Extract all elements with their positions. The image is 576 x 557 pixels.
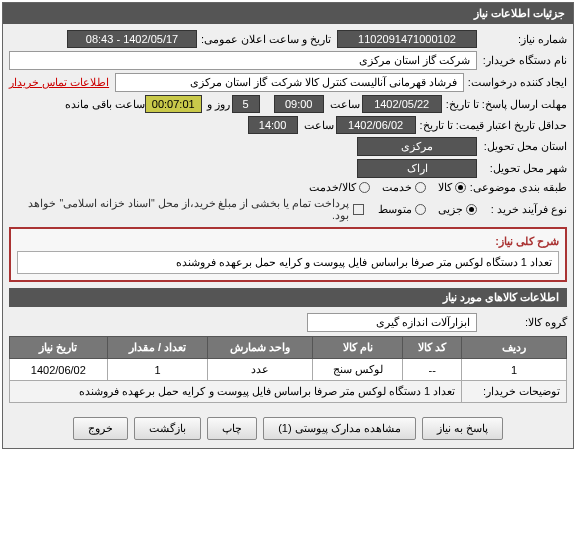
summary-box: شرح کلی نیاز: تعداد 1 دستگاه لوکس متر صر… — [9, 227, 567, 282]
province-value: مرکزی — [357, 137, 477, 156]
rem-day-label: روز و — [202, 98, 232, 111]
th-unit: واحد شمارش — [208, 337, 313, 359]
button-bar: پاسخ به نیاز مشاهده مدارک پیوستی (1) چاپ… — [3, 409, 573, 448]
city-value: اراک — [357, 159, 477, 178]
radio-partial[interactable]: جزیی — [438, 203, 477, 216]
pub-date-label: تاریخ و ساعت اعلان عمومی: — [197, 33, 337, 46]
panel-title: جزئیات اطلاعات نیاز — [3, 3, 573, 24]
valid-time: 14:00 — [248, 116, 298, 134]
radio-mid[interactable]: متوسط — [378, 203, 426, 216]
min-valid-label: حداقل تاریخ اعتبار قیمت: تا تاریخ: — [416, 119, 567, 132]
time-label-2: ساعت — [298, 119, 336, 132]
radio-icon — [455, 182, 466, 193]
radio-icon — [359, 182, 370, 193]
th-row: ردیف — [462, 337, 567, 359]
valid-date: 1402/06/02 — [336, 116, 416, 134]
buyer-value: شرکت گاز استان مرکزی — [9, 51, 477, 70]
cell-name: لوکس سنج — [312, 359, 402, 381]
buyer-label: نام دستگاه خریدار: — [477, 54, 567, 67]
radio-icon — [466, 204, 477, 215]
radio-icon — [415, 182, 426, 193]
pay-note: پرداخت تمام یا بخشی از مبلغ خرید،از محل … — [9, 197, 349, 221]
reply-button[interactable]: پاسخ به نیاز — [422, 417, 503, 440]
requester-label: ایجاد کننده درخواست: — [464, 76, 567, 89]
requester-value: فرشاد قهرمانی آنالیست کنترل کالا شرکت گا… — [115, 73, 464, 92]
treasury-checkbox[interactable] — [353, 204, 364, 215]
items-subheader: اطلاعات کالاهای مورد نیاز — [9, 288, 567, 307]
back-button[interactable]: بازگشت — [134, 417, 201, 440]
radio-goods-service[interactable]: کالا/خدمت — [309, 181, 370, 194]
attachments-button[interactable]: مشاهده مدارک پیوستی (1) — [263, 417, 416, 440]
buy-type-label: نوع فرآیند خرید : — [477, 203, 567, 216]
pub-date-value: 1402/05/17 - 08:43 — [67, 30, 197, 48]
buyer-desc-value: تعداد 1 دستگاه لوکس متر صرفا براساس فایل… — [10, 381, 462, 403]
answer-deadline-label: مهلت ارسال پاسخ: تا تاریخ: — [442, 98, 567, 111]
cell-qty: 1 — [107, 359, 208, 381]
panel-body: شماره نیاز: 1102091471000102 تاریخ و ساع… — [3, 24, 573, 409]
group-value: ابزارآلات اندازه گیری — [307, 313, 477, 332]
remain-time: 00:07:01 — [145, 95, 202, 113]
cell-date: 1402/06/02 — [10, 359, 108, 381]
need-no-value: 1102091471000102 — [337, 30, 477, 48]
cell-row: 1 — [462, 359, 567, 381]
items-table: ردیف کد کالا نام کالا واحد شمارش تعداد /… — [9, 336, 567, 403]
province-label: استان محل تحویل: — [477, 140, 567, 153]
table-desc-row: توضیحات خریدار: تعداد 1 دستگاه لوکس متر … — [10, 381, 567, 403]
table-row[interactable]: 1 -- لوکس سنج عدد 1 1402/06/02 — [10, 359, 567, 381]
radio-goods[interactable]: کالا — [438, 181, 466, 194]
summary-label: شرح کلی نیاز: — [17, 235, 559, 248]
print-button[interactable]: چاپ — [207, 417, 257, 440]
answer-date: 1402/05/22 — [362, 95, 442, 113]
category-label: طبقه بندی موضوعی: — [466, 181, 567, 194]
radio-icon — [415, 204, 426, 215]
contact-link[interactable]: اطلاعات تماس خریدار — [9, 76, 109, 89]
buyer-desc-label: توضیحات خریدار: — [462, 381, 567, 403]
th-code: کد کالا — [403, 337, 462, 359]
need-details-panel: جزئیات اطلاعات نیاز شماره نیاز: 11020914… — [2, 2, 574, 449]
cell-code: -- — [403, 359, 462, 381]
th-name: نام کالا — [312, 337, 402, 359]
th-qty: تعداد / مقدار — [107, 337, 208, 359]
time-label-1: ساعت — [324, 98, 362, 111]
summary-value: تعداد 1 دستگاه لوکس متر صرفا براساس فایل… — [17, 251, 559, 274]
th-date: تاریخ نیاز — [10, 337, 108, 359]
exit-button[interactable]: خروج — [73, 417, 128, 440]
city-label: شهر محل تحویل: — [477, 162, 567, 175]
remain-days: 5 — [232, 95, 260, 113]
answer-time: 09:00 — [274, 95, 324, 113]
cell-unit: عدد — [208, 359, 313, 381]
rem-time-label: ساعت باقی مانده — [61, 98, 145, 111]
table-header-row: ردیف کد کالا نام کالا واحد شمارش تعداد /… — [10, 337, 567, 359]
need-no-label: شماره نیاز: — [477, 33, 567, 46]
radio-service[interactable]: خدمت — [382, 181, 426, 194]
category-radio-group: کالا خدمت کالا/خدمت — [309, 181, 466, 194]
buy-type-radio-group: جزیی متوسط — [378, 203, 477, 216]
group-label: گروه کالا: — [477, 316, 567, 329]
